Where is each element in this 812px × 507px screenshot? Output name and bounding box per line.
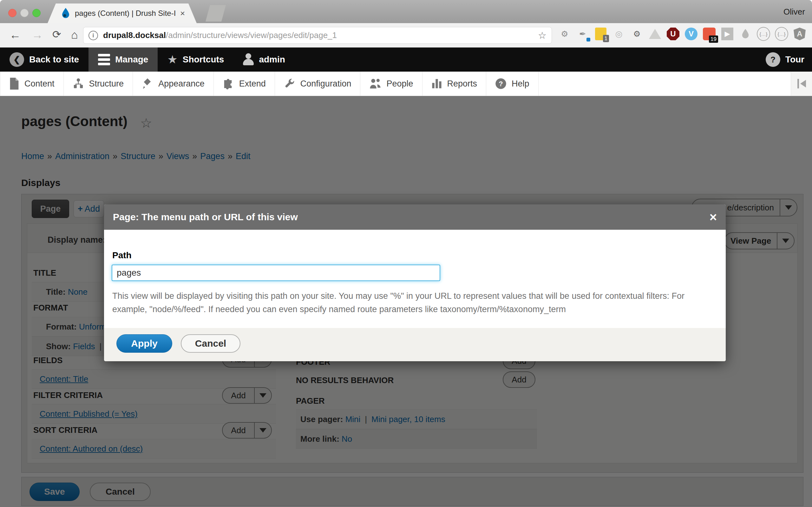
player-extension-icon[interactable]: ▶: [720, 27, 734, 41]
menu-item-label: Configuration: [300, 79, 351, 89]
browser-menu-icon[interactable]: ⋮: [811, 27, 812, 41]
home-icon[interactable]: ⌂: [71, 28, 78, 42]
mac-titlebar: pages (Content) | Drush Site-I × Oliver: [0, 0, 812, 23]
user-icon: [243, 53, 254, 66]
wrench-icon: [284, 78, 295, 89]
reload-icon[interactable]: ⟳: [52, 28, 61, 41]
menu-item-help[interactable]: ? Help: [486, 72, 539, 96]
back-to-site-button[interactable]: ❮ Back to site: [0, 48, 89, 72]
document-icon: [9, 78, 19, 90]
close-window-button[interactable]: [8, 9, 16, 17]
ublock-extension-icon[interactable]: U: [666, 27, 680, 41]
minimize-window-button[interactable]: [20, 9, 29, 17]
manage-button[interactable]: Manage: [89, 48, 158, 72]
drupal-favicon: [61, 8, 70, 19]
menu-item-structure[interactable]: Structure: [64, 72, 133, 96]
drive-extension-icon[interactable]: [648, 27, 662, 41]
colorpicker-extension-icon[interactable]: ✒: [576, 27, 590, 41]
star-icon: ★: [167, 53, 177, 66]
people-icon: [369, 78, 381, 89]
code-extension-icon[interactable]: {…}: [757, 27, 770, 41]
menu-item-reports[interactable]: Reports: [422, 72, 487, 96]
path-field-label: Path: [112, 250, 132, 261]
org-chart-icon: [72, 78, 84, 89]
tab-close-icon[interactable]: ×: [180, 9, 185, 18]
drupal-extension-icon[interactable]: [739, 27, 752, 41]
menu-item-label: Reports: [447, 79, 477, 89]
menu-item-configuration[interactable]: Configuration: [275, 72, 361, 96]
manage-label: Manage: [115, 55, 148, 65]
back-icon[interactable]: ←: [9, 28, 21, 42]
shortcuts-button[interactable]: ★ Shortcuts: [158, 48, 234, 72]
collapse-arrow: [800, 80, 806, 88]
zoom-window-button[interactable]: [32, 9, 41, 17]
apply-button[interactable]: Apply: [116, 334, 172, 353]
colorpicker-badge: [587, 38, 590, 42]
url-text: drupal8.docksal/admin/structure/views/vi…: [103, 31, 538, 40]
menu-collapse-button[interactable]: [791, 72, 812, 96]
path-modal: Page: The menu path or URL of this view …: [104, 205, 726, 361]
back-to-site-label: Back to site: [29, 55, 79, 65]
site-info-icon[interactable]: i: [89, 31, 98, 40]
shortcuts-label: Shortcuts: [183, 55, 224, 65]
extensions-row: ⚙ ✒ 1 ◎ ⚙ U V 19 ▶ {…} {…} A ⋮: [558, 27, 812, 41]
question-icon: ?: [766, 52, 780, 67]
tour-label: Tour: [785, 55, 804, 65]
paintbrush-icon: [142, 78, 153, 89]
onetab-extension-icon[interactable]: 1: [594, 27, 608, 41]
dark-gear-extension-icon[interactable]: ⚙: [630, 27, 644, 41]
bar-chart-icon: [432, 78, 442, 89]
admin-user-button[interactable]: admin: [234, 48, 294, 72]
close-icon[interactable]: ×: [710, 211, 717, 223]
path-input[interactable]: [112, 265, 440, 281]
modal-header[interactable]: Page: The menu path or URL of this view …: [104, 205, 726, 230]
hamburger-icon: [98, 54, 110, 65]
tab-title: pages (Content) | Drush Site-I: [75, 9, 180, 18]
browser-profile-name[interactable]: Oliver: [783, 7, 805, 17]
menu-item-appearance[interactable]: Appearance: [133, 72, 214, 96]
drupal-admin-menu: Content Structure Appearance Extend Conf…: [0, 72, 812, 96]
todoist-extension-icon[interactable]: 19: [702, 27, 716, 41]
address-bar[interactable]: i drupal8.docksal/admin/structure/views/…: [83, 27, 552, 44]
puzzle-icon: [223, 78, 234, 89]
modal-cancel-button[interactable]: Cancel: [181, 334, 241, 353]
svg-text:?: ?: [499, 80, 503, 88]
menu-item-label: Extend: [239, 79, 266, 89]
gear-extension-icon[interactable]: ⚙: [558, 27, 571, 41]
menu-item-people[interactable]: People: [360, 72, 422, 96]
menu-item-label: People: [386, 79, 413, 89]
modal-title: Page: The menu path or URL of this view: [113, 212, 710, 222]
menu-item-label: Structure: [89, 79, 124, 89]
forward-icon[interactable]: →: [32, 28, 43, 42]
help-icon: ?: [495, 78, 507, 89]
browser-nav-bar: ← → ⟳ ⌂ i drupal8.docksal/admin/structur…: [0, 23, 812, 48]
angular-extension-icon[interactable]: A: [793, 27, 807, 41]
back-chevron-icon: ❮: [9, 52, 24, 67]
drupal-admin-toolbar: ❮ Back to site Manage ★ Shortcuts admin …: [0, 48, 812, 72]
menu-item-label: Content: [24, 79, 55, 89]
browser-tab[interactable]: pages (Content) | Drush Site-I ×: [48, 3, 197, 23]
path-description: This view will be displayed by visiting …: [112, 289, 716, 316]
menu-item-label: Appearance: [158, 79, 205, 89]
code2-extension-icon[interactable]: {…}: [774, 27, 789, 41]
new-tab-button[interactable]: [206, 5, 226, 21]
tour-button[interactable]: ? Tour: [766, 48, 804, 72]
url-path: /admin/structure/views/view/pages/edit/p…: [166, 31, 337, 40]
menu-item-extend[interactable]: Extend: [214, 72, 275, 96]
onetab-badge: 1: [603, 35, 609, 42]
camera-extension-icon[interactable]: ◎: [612, 27, 626, 41]
admin-label: admin: [259, 55, 285, 65]
url-domain: drupal8.docksal: [103, 31, 166, 40]
todoist-badge: 19: [709, 36, 718, 43]
bookmark-star-icon[interactable]: ☆: [538, 30, 547, 41]
video-extension-icon[interactable]: V: [684, 27, 698, 41]
menu-item-content[interactable]: Content: [0, 72, 64, 96]
collapse-icon: [798, 79, 799, 89]
menu-item-label: Help: [512, 79, 529, 89]
